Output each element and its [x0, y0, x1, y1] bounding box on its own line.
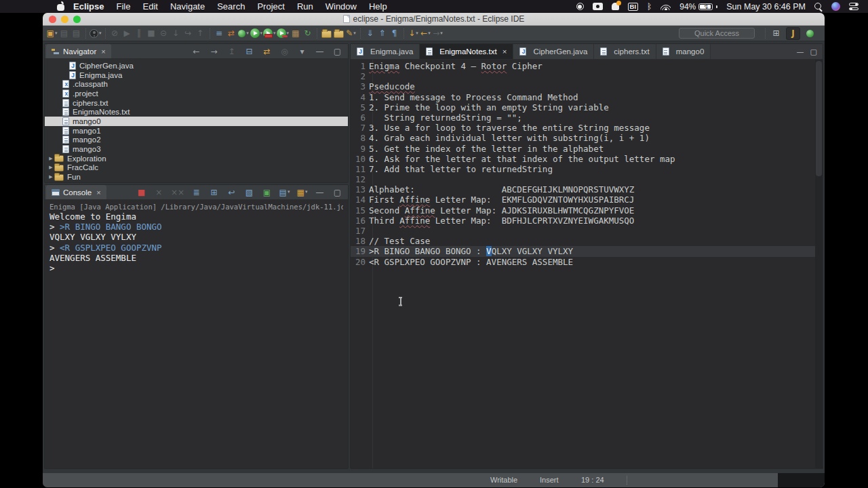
pin-console-icon[interactable]: ▣	[261, 186, 273, 199]
account-icon[interactable]: ▾	[90, 27, 102, 40]
console-output[interactable]: Enigma [Java Application] /Library/Java/…	[45, 200, 348, 468]
display-console-icon[interactable]: ▤▾	[279, 186, 290, 199]
java-perspective-icon[interactable]: J	[786, 27, 800, 40]
debug-last-icon[interactable]: ▾	[238, 27, 250, 40]
quick-access-box[interactable]: Quick Access	[679, 28, 755, 39]
run-icon[interactable]: ▾	[250, 27, 263, 40]
expand-arrow-icon[interactable]: ▶	[47, 156, 54, 161]
tree-item-ciphergen.java[interactable]: CipherGen.java	[45, 61, 348, 70]
editor-line-19[interactable]: 19>R BINGO BANGO BONGO : VQLXY VGLXY VYL…	[351, 246, 815, 256]
editor-line-20[interactable]: 20<R GSPLXPEO GOOPZVNP : AVENGERS ASSEMB…	[351, 257, 815, 267]
remove-launch-icon[interactable]: ×	[153, 186, 165, 199]
step-return-icon[interactable]: ↑	[195, 27, 206, 40]
link-editor-icon[interactable]: ⇄	[261, 45, 273, 58]
expand-arrow-icon[interactable]: ▶	[47, 174, 54, 180]
step-into-icon[interactable]: ↓	[170, 27, 182, 40]
tab-navigator[interactable]: Navigator ×	[46, 44, 111, 58]
skip-breakpoints-icon[interactable]: ⊘	[109, 27, 121, 40]
tree-item-fraccalc[interactable]: ▶FracCalc	[45, 163, 348, 173]
editor-line-14[interactable]: 14First Affine Letter Map: EKMFLGDQVZNTO…	[351, 195, 815, 205]
editor-line-7[interactable]: 73. Use a for loop to traverse the entir…	[351, 123, 815, 133]
menu-item-window[interactable]: Window	[319, 0, 363, 13]
collapse-all-icon[interactable]: ⊟	[243, 45, 255, 58]
open-console-icon[interactable]: ▦▾	[296, 186, 308, 199]
menu-item-project[interactable]: Project	[251, 0, 290, 13]
tree-item-enigmanotes.txt[interactable]: EnigmaNotes.txt	[45, 107, 348, 117]
tree-item-classpath[interactable]: .classpath	[45, 79, 348, 89]
menu-item-navigate[interactable]: Navigate	[164, 0, 211, 13]
coverage-icon[interactable]: ▾	[263, 27, 276, 40]
minimize-icon[interactable]: —	[314, 45, 326, 58]
menu-item-file[interactable]: File	[111, 0, 137, 13]
editor-tab-enigma.java[interactable]: Enigma.java	[351, 44, 420, 59]
minimize-icon[interactable]: —	[797, 47, 804, 56]
focus-icon[interactable]: ◎	[279, 45, 290, 58]
menu-item-edit[interactable]: Edit	[136, 0, 163, 13]
editor-line-17[interactable]: 17	[351, 226, 815, 236]
editor-tab-ciphers.txt[interactable]: ciphers.txt	[594, 44, 656, 59]
terminate-icon[interactable]: ■	[136, 186, 147, 199]
maximize-icon[interactable]: ▢	[332, 186, 343, 199]
zoom-window-button[interactable]	[73, 16, 81, 23]
maximize-icon[interactable]: ▢	[332, 45, 343, 58]
notification-icon[interactable]	[612, 3, 619, 10]
editor-line-9[interactable]: 95. Get the index of the letter in the a…	[351, 144, 815, 154]
editor-line-3[interactable]: 3Pseducode	[351, 81, 815, 92]
bi-menu-icon[interactable]: BI	[628, 3, 639, 11]
tree-item-mango0[interactable]: mango0	[45, 117, 348, 126]
editor-tab-ciphergen.java[interactable]: CipherGen.java	[513, 44, 594, 59]
tree-item-mango1[interactable]: mango1	[45, 126, 348, 136]
show-output-icon[interactable]: ≣	[191, 186, 202, 199]
menubar-clock[interactable]: Sun May 30 6:46 PM	[726, 2, 806, 12]
open-folder-icon[interactable]	[321, 27, 332, 40]
siri-icon[interactable]	[831, 2, 840, 11]
menu-item-search[interactable]: Search	[211, 0, 251, 13]
tree-item-exploration[interactable]: ▶Exploration	[45, 154, 348, 163]
editor-line-11[interactable]: 117. Add that letter to returnedString	[351, 164, 815, 174]
spotlight-search-icon[interactable]	[814, 3, 823, 11]
tree-item-mango3[interactable]: mango3	[45, 144, 348, 154]
open-type-icon[interactable]: ▦	[290, 27, 301, 40]
editor-line-12[interactable]: 12	[351, 174, 815, 184]
editor-line-18[interactable]: 18// Test Case	[351, 236, 815, 246]
forward-icon[interactable]: →	[208, 45, 220, 58]
menu-item-help[interactable]: Help	[363, 0, 393, 13]
scroll-lock-icon[interactable]: ⊞	[208, 186, 220, 199]
debug-perspective-icon[interactable]	[803, 27, 817, 40]
next-annotation-icon[interactable]: ⇓	[364, 27, 376, 40]
search-pencil-icon[interactable]: ✎▾	[345, 27, 357, 40]
up-icon[interactable]: ↥	[226, 45, 237, 58]
prev-annotation-icon[interactable]: ⇑	[376, 27, 388, 40]
back-icon[interactable]: ←▾	[420, 27, 431, 40]
forward-icon[interactable]: →▾	[432, 27, 443, 40]
scrollbar-thumb[interactable]	[816, 61, 822, 176]
editor-line-1[interactable]: 1Enigma Checkpoint 4 – Rotor Cipher	[351, 61, 815, 71]
close-navigator-icon[interactable]: ×	[101, 47, 105, 56]
editor-tab-enigmanotes.txt[interactable]: EnigmaNotes.txt×	[420, 44, 513, 59]
maximize-icon[interactable]: ▢	[810, 47, 817, 56]
expand-arrow-icon[interactable]: ▶	[47, 165, 54, 170]
editor-line-2[interactable]: 2	[351, 71, 815, 81]
window-titlebar[interactable]: eclipse - Enigma/EnigmaNotes.txt - Eclip…	[43, 13, 825, 26]
show-whitespace-icon[interactable]: ¶	[389, 27, 400, 40]
tree-item-mango2[interactable]: mango2	[45, 136, 348, 145]
battery-indicator[interactable]: 94% ↯	[679, 2, 717, 12]
tree-item-project[interactable]: .project	[45, 89, 348, 98]
editor-line-8[interactable]: 84. Grab each individual letter with sub…	[351, 133, 815, 143]
editor-tab-mango0[interactable]: mango0	[656, 44, 711, 59]
new-wizard-icon[interactable]: ▣▾	[46, 27, 58, 40]
view-menu-icon[interactable]: ▾	[296, 45, 308, 58]
suspend-icon[interactable]: ‖	[134, 27, 145, 40]
editor-line-13[interactable]: 13Alphabet: ABCDEFGHIJKLMNOPQRSTUVWXYZ	[351, 184, 815, 195]
editor-line-15[interactable]: 15Second Affine Letter Map: AJDKSIRUXBLH…	[351, 205, 815, 216]
editor-line-10[interactable]: 106. Ask for the letter at that index of…	[351, 154, 815, 164]
control-center-icon[interactable]	[849, 3, 859, 10]
editor-line-4[interactable]: 41. Send message to Process Command Meth…	[351, 92, 815, 102]
editor-line-16[interactable]: 16Third Affine Letter Map: BDFHJLCPRTXVZ…	[351, 216, 815, 226]
editor-text-area[interactable]: 1Enigma Checkpoint 4 – Rotor Cipher2 3Ps…	[351, 60, 823, 468]
tree-item-fun[interactable]: ▶Fun	[45, 172, 348, 182]
terminate-icon[interactable]: ■	[146, 27, 157, 40]
clear-console-icon[interactable]: ▧	[243, 186, 255, 199]
import-folder-icon[interactable]	[333, 27, 344, 40]
profile-icon[interactable]: ▾	[277, 27, 290, 40]
